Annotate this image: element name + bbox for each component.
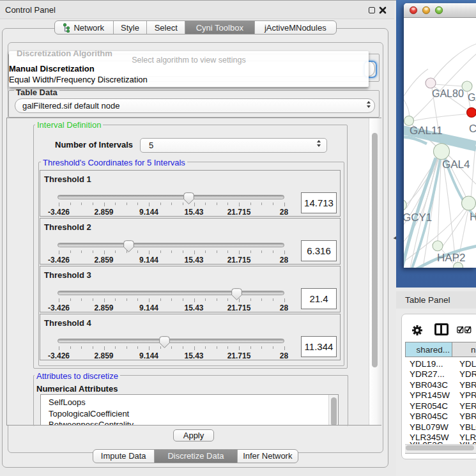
svg-text:GAL80: GAL80: [432, 88, 464, 99]
svg-text:HAP2: HAP2: [437, 252, 465, 264]
svg-text:GAL11: GAL11: [410, 125, 443, 137]
svg-text:C: C: [469, 123, 476, 135]
svg-text:GCY1: GCY1: [404, 211, 432, 224]
svg-text:GA: GA: [468, 92, 476, 103]
svg-text:GAL4: GAL4: [442, 158, 470, 171]
svg-text:H: H: [470, 211, 476, 223]
